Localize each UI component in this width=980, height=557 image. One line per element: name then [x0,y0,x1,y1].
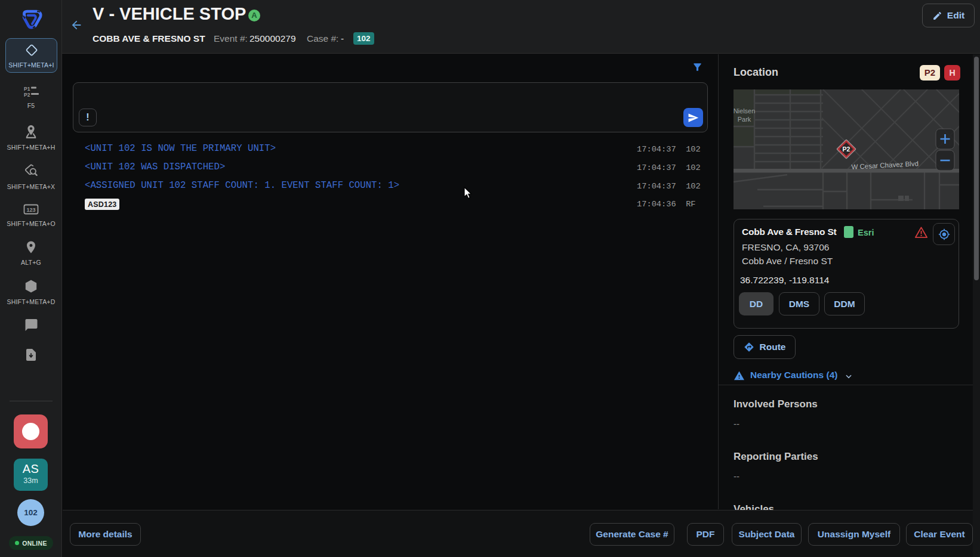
svg-text:P2: P2 [843,146,850,153]
svg-text:P1: P1 [24,86,30,92]
svg-text:Park: Park [738,116,751,123]
svg-text:123: 123 [26,207,35,213]
svg-text:P2: P2 [24,92,30,98]
svg-text:Nielsen: Nielsen [734,107,755,115]
